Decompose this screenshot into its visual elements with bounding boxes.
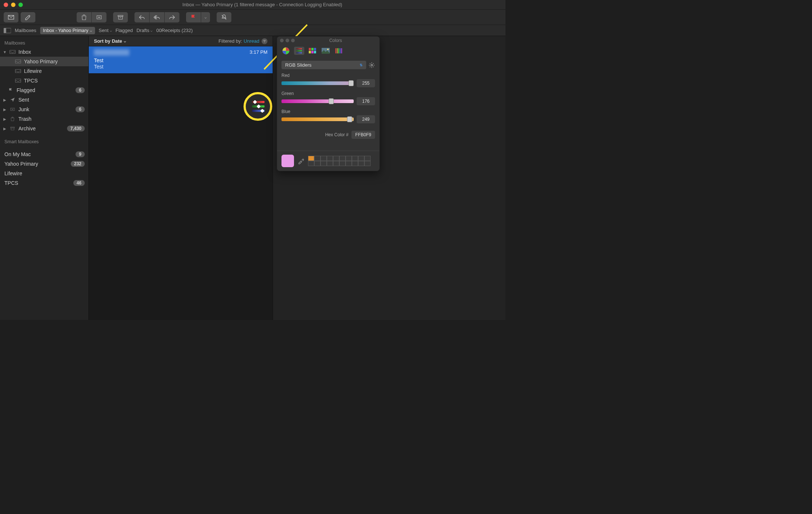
swatch-cell[interactable] xyxy=(308,161,314,166)
sidebar-item-trash[interactable]: ▶ Trash xyxy=(0,114,88,124)
filter-toggle-button[interactable] xyxy=(262,38,267,44)
flag-button[interactable] xyxy=(186,12,201,22)
swatch-cell[interactable] xyxy=(308,156,314,161)
favorite-sent[interactable]: Sent ⌵ xyxy=(99,28,112,33)
swatch-cell[interactable] xyxy=(358,161,364,166)
swatch-cell[interactable] xyxy=(314,156,321,161)
swatch-cell[interactable] xyxy=(339,161,346,166)
favorite-receipts[interactable]: 00Receipts (232) xyxy=(156,28,193,33)
sidebar-item-yahoo-primary-inbox[interactable]: Yahoo Primary xyxy=(0,57,88,66)
svg-rect-13 xyxy=(309,51,311,53)
slider-type-select[interactable]: RGB Sliders ⇅ xyxy=(281,61,366,69)
svg-rect-11 xyxy=(311,48,314,50)
hex-color-input[interactable]: FFB0F9 xyxy=(351,131,375,139)
disclosure-triangle-icon[interactable]: ▶ xyxy=(3,117,7,121)
swatch-cell[interactable] xyxy=(358,156,364,161)
color-wheel-mode[interactable] xyxy=(281,47,291,55)
zoom-window-button[interactable] xyxy=(18,3,23,7)
mailboxes-button[interactable]: Mailboxes xyxy=(15,28,36,33)
sidebar-item-archive[interactable]: ▶ Archive 7,430 xyxy=(0,124,88,133)
sidebar-item-tpcs-inbox[interactable]: TPCS xyxy=(0,76,88,85)
disclosure-triangle-icon[interactable]: ▶ xyxy=(3,98,7,102)
flag-menu-button[interactable]: ⌵ xyxy=(201,12,210,22)
sort-button[interactable]: Sort by Date ⌵ xyxy=(94,38,126,44)
swatch-cell[interactable] xyxy=(321,156,327,161)
color-picker-modes xyxy=(277,45,379,57)
archive-button[interactable] xyxy=(113,12,128,22)
sidebar-item-lifewire-inbox[interactable]: Lifewire xyxy=(0,66,88,76)
sidebar-toggle-icon[interactable] xyxy=(4,28,11,34)
sidebar-heading-mailboxes: Mailboxes xyxy=(0,38,88,47)
slider-thumb[interactable] xyxy=(347,116,352,122)
disclosure-triangle-icon[interactable]: ▼ xyxy=(3,50,7,54)
panel-close-button[interactable] xyxy=(280,39,284,42)
swatch-cell[interactable] xyxy=(339,156,346,161)
sidebar-item-sent[interactable]: ▶ Sent xyxy=(0,95,88,105)
sidebar-item-flagged[interactable]: Flagged 6 xyxy=(0,85,88,95)
panel-minimize-button[interactable] xyxy=(286,39,289,42)
current-color-swatch[interactable] xyxy=(281,155,294,167)
sidebar-item-tpcs-account[interactable]: TPCS 46 xyxy=(0,178,88,188)
filtered-by-value[interactable]: Unread xyxy=(244,38,259,44)
swatch-cell[interactable] xyxy=(352,156,358,161)
swatch-cell[interactable] xyxy=(314,161,321,166)
sidebar-item-junk[interactable]: ▶ Junk 6 xyxy=(0,105,88,114)
message-row[interactable]: 3:17 PM Test Test xyxy=(89,46,273,73)
swatch-cell[interactable] xyxy=(364,156,371,161)
envelope-icon xyxy=(8,14,14,21)
sidebar-item-inbox[interactable]: ▼ Inbox xyxy=(0,47,88,57)
green-value-input[interactable]: 176 xyxy=(357,97,375,105)
sidebar-item-label: TPCS xyxy=(24,78,85,84)
delete-button[interactable] xyxy=(77,12,91,22)
mailbox-selector[interactable]: Inbox - Yahoo Primary ⌵ xyxy=(40,27,95,34)
forward-button[interactable] xyxy=(165,12,179,22)
junk-button[interactable] xyxy=(92,12,106,22)
svg-rect-15 xyxy=(314,51,316,53)
window-titlebar: Inbox — Yahoo Primary (1 filtered messag… xyxy=(0,0,505,10)
swatch-cell[interactable] xyxy=(352,161,358,166)
favorite-flagged[interactable]: Flagged xyxy=(116,28,133,33)
swatch-cell[interactable] xyxy=(364,161,371,166)
get-mail-button[interactable] xyxy=(4,12,18,22)
slider-thumb[interactable] xyxy=(329,98,334,104)
color-palettes-mode[interactable] xyxy=(307,47,318,55)
slider-thumb[interactable] xyxy=(349,80,354,86)
disclosure-triangle-icon[interactable]: ▶ xyxy=(3,108,7,112)
inbox-icon xyxy=(15,78,21,83)
minimize-window-button[interactable] xyxy=(11,3,15,7)
red-value-input[interactable]: 255 xyxy=(357,79,375,87)
disclosure-triangle-icon[interactable]: ▶ xyxy=(3,127,7,131)
pencils-mode[interactable] xyxy=(334,47,344,55)
sidebar-item-yahoo-primary-account[interactable]: Yahoo Primary 232 xyxy=(0,159,88,169)
compose-button[interactable] xyxy=(21,12,35,22)
swatch-cell[interactable] xyxy=(321,161,327,166)
image-palettes-mode[interactable] xyxy=(321,47,331,55)
favorite-drafts[interactable]: Drafts ⌵ xyxy=(136,28,153,33)
close-window-button[interactable] xyxy=(4,3,8,7)
count-badge: 46 xyxy=(73,180,85,186)
green-slider[interactable] xyxy=(281,99,354,103)
color-sliders-mode[interactable] xyxy=(294,47,304,55)
updown-icon: ⇅ xyxy=(360,63,363,67)
swatch-cell[interactable] xyxy=(327,161,333,166)
sidebar-item-label: On My Mac xyxy=(4,151,73,157)
green-slider-label: Green xyxy=(281,91,375,96)
swatch-cell[interactable] xyxy=(346,161,352,166)
colors-panel-titlebar[interactable]: Colors xyxy=(277,36,379,45)
red-slider[interactable] xyxy=(281,81,354,85)
blue-slider[interactable] xyxy=(281,117,354,121)
sidebar-item-lifewire-account[interactable]: Lifewire xyxy=(0,169,88,178)
swatch-cell[interactable] xyxy=(327,156,333,161)
reply-all-button[interactable] xyxy=(150,12,164,22)
gear-icon[interactable] xyxy=(368,62,375,68)
blue-value-input[interactable]: 249 xyxy=(357,115,375,123)
reply-button[interactable] xyxy=(134,12,149,22)
eyedropper-icon[interactable] xyxy=(298,158,304,164)
panel-zoom-button[interactable] xyxy=(291,39,295,42)
swatch-cell[interactable] xyxy=(333,156,339,161)
swatch-cell[interactable] xyxy=(333,161,339,166)
sidebar-item-on-my-mac[interactable]: On My Mac 9 xyxy=(0,149,88,159)
mute-button[interactable] xyxy=(217,12,231,22)
paper-plane-icon xyxy=(9,97,16,102)
swatch-cell[interactable] xyxy=(346,156,352,161)
